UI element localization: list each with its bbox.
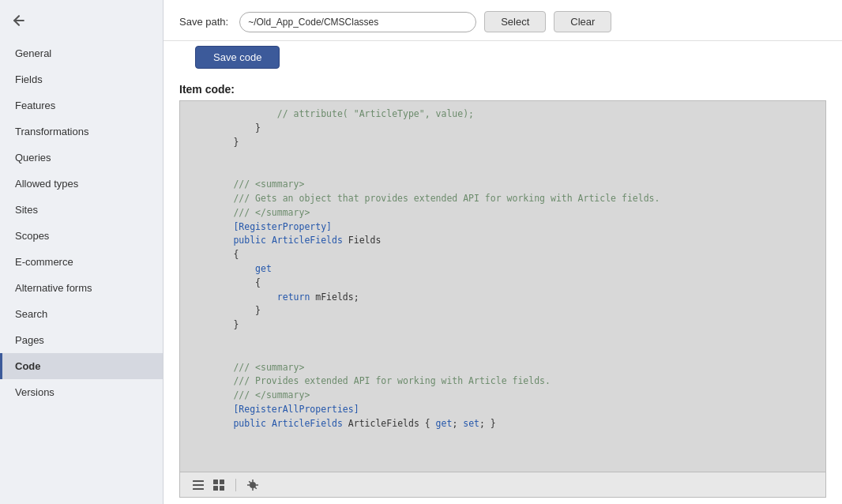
main-content: Save path: Select Clear Save code Item c… [164, 0, 842, 504]
sidebar-item-code[interactable]: Code [0, 353, 163, 379]
save-code-button[interactable]: Save code [195, 46, 280, 69]
sidebar-item-sites[interactable]: Sites [0, 197, 163, 223]
save-path-label: Save path: [179, 16, 228, 28]
clear-button[interactable]: Clear [554, 11, 611, 32]
save-path-input[interactable] [239, 12, 476, 32]
code-editor[interactable]: // attribute( "ArticleType", value); } }… [180, 101, 825, 472]
select-button[interactable]: Select [484, 11, 546, 32]
svg-rect-7 [220, 486, 224, 491]
svg-rect-1 [193, 480, 204, 482]
grid-icon[interactable] [212, 478, 226, 492]
list-icon[interactable] [191, 478, 205, 492]
svg-line-13 [249, 481, 250, 483]
sidebar-item-search[interactable]: Search [0, 301, 163, 327]
sidebar-item-transformations[interactable]: Transformations [0, 118, 163, 145]
sidebar-item-versions[interactable]: Versions [0, 379, 163, 405]
svg-rect-5 [220, 480, 224, 484]
back-button[interactable] [0, 6, 163, 40]
svg-rect-6 [213, 486, 218, 491]
item-code-label: Item code: [164, 75, 842, 100]
sidebar-item-ecommerce[interactable]: E-commerce [0, 249, 163, 275]
toolbar-divider [235, 479, 236, 491]
sidebar-item-pages[interactable]: Pages [0, 327, 163, 353]
bug-icon[interactable] [246, 478, 260, 492]
sidebar-item-allowed-types[interactable]: Allowed types [0, 171, 163, 197]
save-row: Save code [164, 41, 842, 75]
svg-line-14 [255, 487, 257, 488]
code-container: // attribute( "ArticleType", value); } }… [179, 100, 826, 498]
sidebar: General Fields Features Transformations … [0, 0, 164, 504]
sidebar-item-features[interactable]: Features [0, 92, 163, 118]
svg-rect-3 [193, 488, 204, 490]
sidebar-item-queries[interactable]: Queries [0, 145, 163, 171]
sidebar-item-fields[interactable]: Fields [0, 66, 163, 92]
sidebar-item-alternative-forms[interactable]: Alternative forms [0, 275, 163, 301]
svg-rect-4 [213, 480, 218, 484]
sidebar-item-general[interactable]: General [0, 40, 163, 66]
sidebar-item-scopes[interactable]: Scopes [0, 223, 163, 249]
svg-rect-2 [193, 484, 204, 486]
topbar: Save path: Select Clear [164, 0, 842, 41]
bottom-toolbar [180, 472, 825, 497]
